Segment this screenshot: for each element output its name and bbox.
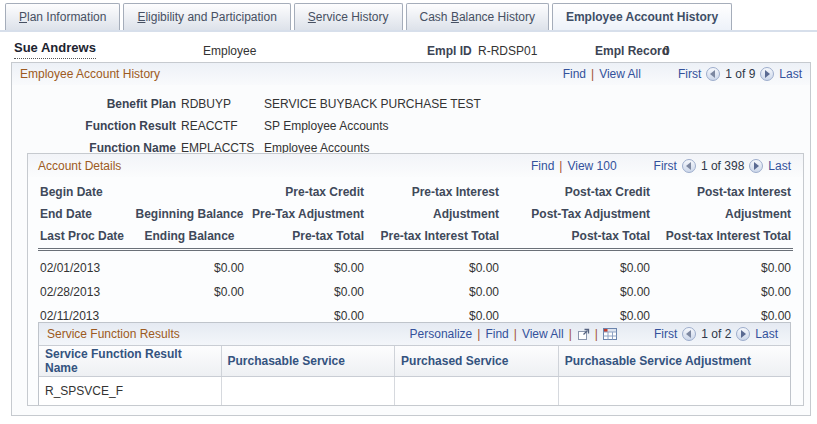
tab-label: Eligibility and Participation	[137, 10, 276, 24]
next-arrow-button[interactable]	[760, 67, 774, 81]
pipe-separator: |	[569, 327, 572, 341]
next-arrow-icon	[765, 70, 770, 78]
column-header: Adjustment	[364, 203, 499, 225]
tab-label-part: lan Information	[27, 10, 106, 24]
function-result-value: REACCTF	[181, 119, 259, 133]
account-details-bar-links: Find | View 100 First 1 of 398 Last	[531, 159, 791, 173]
benefit-plan-description: SERVICE BUYBACK PURCHASE TEST	[264, 97, 481, 111]
prev-arrow-icon	[686, 330, 691, 338]
view-100-link[interactable]: View 100	[567, 159, 616, 173]
benefit-plan-label: Benefit Plan	[12, 97, 176, 111]
pretax-interest-cell: $0.00	[364, 256, 499, 280]
tab-label-part: ervice History	[316, 10, 389, 24]
balance-cell: $0.00	[135, 256, 244, 280]
eah-pager: First 1 of 9 Last	[678, 67, 802, 81]
tab-employee-account-history[interactable]: Employee Account History	[552, 3, 732, 30]
header-line-2: End Date Beginning Balance Pre-Tax Adjus…	[40, 203, 791, 225]
posttax-cell: $0.00	[499, 280, 650, 304]
service-results-pager: First 1 of 2 Last	[654, 327, 778, 341]
column-header: Ending Balance	[135, 225, 244, 247]
first-link[interactable]: First	[678, 67, 701, 81]
last-link[interactable]: Last	[779, 67, 802, 81]
column-header-service-function-result-name[interactable]: Service Function Result Name	[39, 346, 222, 376]
pretax-cell: $0.00	[244, 256, 364, 280]
view-all-link[interactable]: View All	[599, 67, 641, 81]
tab-plan-information[interactable]: Plan Information	[5, 3, 120, 30]
employee-account-history-header: Employee Account History Find | View All…	[12, 63, 810, 85]
find-link[interactable]: Find	[531, 159, 554, 173]
next-arrow-icon	[741, 330, 746, 338]
download-grid-icon[interactable]	[603, 328, 617, 340]
view-all-link[interactable]: View All	[522, 327, 564, 341]
employee-account-history-box: Employee Account History Find | View All…	[11, 62, 811, 416]
benefit-plan-value: RDBUYP	[181, 97, 259, 111]
tab-hotkey: P	[19, 10, 27, 24]
column-header: Pre-tax Credit	[244, 181, 364, 203]
column-header: Post-tax Total	[499, 225, 650, 247]
column-header: Post-Tax Adjustment	[499, 203, 650, 225]
pipe-separator: |	[477, 327, 480, 341]
posttax-interest-cell: $0.00	[650, 280, 791, 304]
prev-arrow-button[interactable]	[706, 67, 720, 81]
column-header: Beginning Balance	[135, 203, 244, 225]
account-details-box: Account Details Find | View 100 First 1 …	[27, 153, 804, 406]
purchasable-service-cell	[222, 377, 396, 405]
next-arrow-button[interactable]	[736, 327, 750, 341]
tab-hotkey: S	[308, 10, 316, 24]
column-header-purchasable-service-adjustment[interactable]: Purchasable Service Adjustment	[559, 346, 790, 376]
first-link[interactable]: First	[654, 159, 677, 173]
column-header: Pre-tax Interest	[364, 181, 499, 203]
empl-record-label: Empl Record	[595, 44, 669, 58]
function-result-label: Function Result	[12, 119, 176, 133]
section-title: Account Details	[38, 159, 121, 173]
employee-name-link[interactable]: Sue Andrews	[14, 40, 96, 59]
service-function-results-grid: Service Function Results Personalize | F…	[38, 322, 791, 405]
find-link[interactable]: Find	[563, 67, 586, 81]
benefit-plan-fields: Benefit Plan RDBUYP SERVICE BUYBACK PURC…	[12, 93, 481, 159]
tab-label-part: Cash	[420, 10, 451, 24]
tab-hotkey: B	[451, 10, 459, 24]
pipe-separator: |	[559, 159, 562, 173]
prev-arrow-button[interactable]	[682, 327, 696, 341]
last-link[interactable]: Last	[768, 159, 791, 173]
header-line-1: Begin Date Pre-tax Credit Pre-tax Intere…	[40, 181, 791, 203]
prev-arrow-button[interactable]	[682, 159, 696, 173]
field-row: Function Result REACCTF SP Employee Acco…	[12, 115, 481, 137]
begin-date-cell: 02/01/2013	[40, 256, 135, 280]
column-header: Begin Date	[40, 181, 135, 203]
column-header	[135, 181, 244, 203]
next-arrow-button[interactable]	[749, 159, 763, 173]
account-details-column-headers: Begin Date Pre-tax Credit Pre-tax Intere…	[40, 181, 791, 247]
personalize-link[interactable]: Personalize	[410, 327, 473, 341]
tab-label: Employee Account History	[566, 10, 718, 24]
row-counter: 1 of 398	[701, 159, 744, 173]
find-link[interactable]: Find	[485, 327, 508, 341]
column-header: Pre-tax Total	[244, 225, 364, 247]
empl-id-value: R-RDSP01	[478, 44, 537, 58]
last-link[interactable]: Last	[755, 327, 778, 341]
pipe-separator: |	[514, 327, 517, 341]
tab-service-history[interactable]: Service History	[294, 3, 403, 30]
zoom-popup-icon[interactable]	[577, 328, 590, 341]
column-header: End Date	[40, 203, 135, 225]
grid-column-headers: Service Function Result Name Purchasable…	[39, 346, 790, 377]
header-line-3: Last Proc Date Ending Balance Pre-tax To…	[40, 225, 791, 247]
begin-date-cell: 02/28/2013	[40, 280, 135, 304]
column-header-purchasable-service[interactable]: Purchasable Service	[222, 346, 396, 376]
pretax-interest-cell: $0.00	[364, 280, 499, 304]
tab-eligibility-and-participation[interactable]: Eligibility and Participation	[123, 3, 290, 30]
row-counter: 1 of 9	[725, 67, 755, 81]
column-header: Post-tax Interest Total	[650, 225, 791, 247]
section-title: Employee Account History	[20, 67, 160, 81]
posttax-cell: $0.00	[499, 256, 650, 280]
tab-cash-balance-history[interactable]: Cash Balance History	[406, 3, 549, 30]
service-function-results-header: Service Function Results Personalize | F…	[39, 323, 790, 346]
balance-cell: $0.00	[135, 280, 244, 304]
account-details-rows: 02/01/2013 $0.00 $0.00 $0.00 $0.00 $0.00…	[40, 256, 791, 328]
column-header: Post-tax Credit	[499, 181, 650, 203]
column-header-purchased-service[interactable]: Purchased Service	[395, 346, 559, 376]
tab-bar: Plan Information Eligibility and Partici…	[0, 4, 817, 32]
prev-arrow-icon	[710, 70, 715, 78]
column-header: Pre-Tax Adjustment	[244, 203, 364, 225]
first-link[interactable]: First	[654, 327, 677, 341]
